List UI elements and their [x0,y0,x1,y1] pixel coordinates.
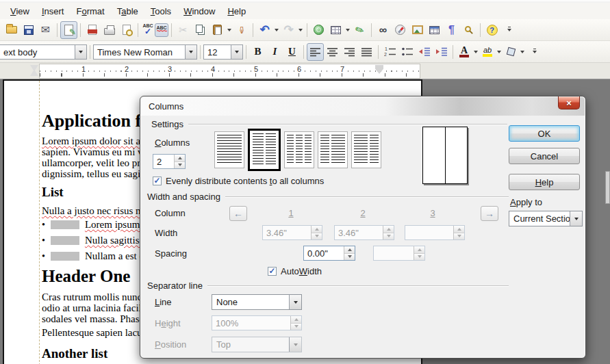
preset-left-narrow[interactable] [318,131,348,168]
spelling-icon[interactable] [141,23,155,37]
font-color-icon[interactable]: A [456,43,472,61]
align-left-icon[interactable] [307,43,324,61]
spinner-up-icon[interactable] [175,155,185,162]
chevron-down-icon[interactable] [570,211,582,226]
align-justify-icon[interactable] [358,43,375,61]
writer-window: View Insert Format Table Tools Window He… [0,0,610,364]
paragraph-style-select[interactable]: ext body [0,44,87,60]
highlight-color-icon[interactable]: ab [479,43,496,61]
spacing-label: Spacing [155,248,187,259]
scrollbar-thumb[interactable] [605,171,610,204]
undo-icon[interactable] [256,21,273,39]
hyperlink-icon[interactable] [310,21,327,39]
zoom-icon[interactable] [460,21,477,39]
menu-help[interactable]: Help [221,4,252,18]
font-color-dropdown-icon[interactable] [472,44,479,60]
redo-dropdown-icon [297,22,304,38]
column-scroll-left-icon[interactable]: ← [229,206,247,221]
cancel-button[interactable]: Cancel [509,148,580,164]
highlight-dropdown-icon[interactable] [496,44,503,60]
paste-icon[interactable] [209,21,226,39]
preset-two-columns[interactable] [248,129,281,171]
align-right-icon[interactable] [341,43,358,61]
export-pdf-icon[interactable] [84,21,101,39]
chevron-down-icon[interactable] [289,295,301,309]
close-icon[interactable]: × [558,96,580,109]
preset-right-narrow[interactable] [351,131,381,168]
left-indent-marker[interactable] [30,65,38,76]
print-icon[interactable] [101,21,118,39]
toolbar-overflow-icon[interactable] [526,43,543,61]
font-name-select[interactable]: Times New Roman [93,44,197,60]
undo-dropdown-icon[interactable] [273,22,280,38]
column-row-label: Column [155,208,186,218]
save-icon[interactable] [20,21,37,39]
draw-functions-icon[interactable] [351,21,368,39]
formatting-marks-icon[interactable] [443,21,460,39]
spinner-down-icon[interactable] [175,162,185,169]
spinner-down-icon [291,324,301,330]
email-icon[interactable] [37,21,54,39]
background-color-dropdown-icon[interactable] [519,44,526,60]
help-icon[interactable] [483,21,500,39]
open-icon[interactable] [3,21,20,39]
font-size-select[interactable]: 12 [203,44,243,60]
underline-button[interactable]: U [283,43,301,61]
bullet-list-icon[interactable] [398,43,416,61]
gallery-icon[interactable] [409,21,426,39]
align-center-icon[interactable] [324,43,341,61]
position-label: Position [155,339,186,350]
auto-spellcheck-icon[interactable] [155,23,168,37]
checkbox-checked-icon [268,267,277,276]
column-number-1: 1 [277,208,305,218]
edit-mode-icon[interactable] [60,21,77,39]
navigator-icon[interactable] [392,21,409,39]
field-shading-box [51,252,79,261]
spinner-up-icon[interactable] [344,246,355,254]
apply-to-select[interactable]: Current Section [509,211,583,226]
paste-dropdown-icon[interactable] [226,22,233,38]
menu-insert[interactable]: Insert [36,4,71,18]
ok-button[interactable]: OK [509,125,580,142]
spinner-up-icon [291,316,301,324]
italic-button[interactable]: I [266,43,283,61]
data-sources-icon[interactable] [426,21,443,39]
evenly-distribute-checkbox[interactable]: Evenly distribute contents to all column… [153,176,324,186]
menu-table[interactable]: Table [111,4,144,18]
columns-dialog: Columns × Settings Columns 2 Evenly dist… [140,96,586,359]
background-color-icon[interactable] [503,43,519,61]
line-style-select[interactable]: None [212,294,302,310]
find-replace-icon[interactable] [374,21,392,39]
menu-tools[interactable]: Tools [144,4,177,18]
preset-one-column[interactable] [214,131,244,168]
bullet-icon: • [42,251,45,262]
menu-view[interactable]: View [4,4,36,18]
increase-indent-icon[interactable] [433,43,450,61]
cut-icon [175,21,192,39]
columns-count-input[interactable]: 2 [153,154,186,169]
dialog-titlebar[interactable]: Columns [141,97,585,116]
columns-label: Columns [155,138,190,148]
horizontal-ruler[interactable]: 1 2 3 4 5 6 7 [0,63,610,79]
spinner-down-icon[interactable] [344,254,355,261]
chevron-down-icon[interactable] [185,45,196,59]
spacing-1-input[interactable]: 0.00" [303,246,355,261]
standard-toolbar [0,19,610,41]
autowidth-checkbox[interactable]: AutoWidth [268,266,322,276]
toolbar-overflow-icon[interactable] [500,21,518,39]
preset-three-columns[interactable] [284,131,314,168]
bold-button[interactable]: B [249,43,266,61]
numbered-list-icon[interactable]: 12 [381,43,398,61]
print-preview-icon[interactable] [118,21,135,39]
copy-icon[interactable] [192,21,209,39]
chevron-down-icon[interactable] [231,45,242,59]
menu-window[interactable]: Window [177,4,221,18]
table-dropdown-icon[interactable] [344,22,351,38]
chevron-down-icon[interactable] [75,45,86,59]
column-scroll-right-icon[interactable]: → [481,206,498,221]
decrease-indent-icon[interactable] [416,43,433,61]
help-button[interactable]: Help [509,174,580,190]
insert-table-icon[interactable] [327,21,344,39]
clone-formatting-icon[interactable] [233,21,250,39]
menu-format[interactable]: Format [70,4,110,18]
